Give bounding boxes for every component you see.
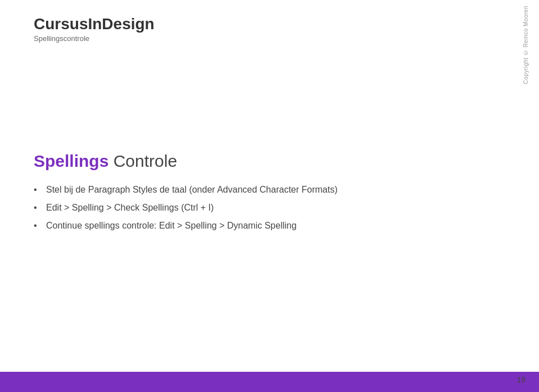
copyright-text: Copyright © Remco Mooren — [523, 6, 529, 84]
list-item: Edit > Spelling > Check Spellings (Ctrl … — [34, 201, 505, 215]
main-content: Spellings Controle Stel bij de Paragraph… — [34, 152, 505, 237]
section-title-highlight: Spellings — [34, 152, 108, 170]
header-title: CursusInDesign — [34, 16, 155, 33]
header: CursusInDesign Spellingscontrole — [34, 16, 155, 43]
header-subtitle: Spellingscontrole — [34, 34, 155, 43]
section-title-normal: Controle — [108, 152, 177, 170]
bullet-list: Stel bij de Paragraph Styles de taal (on… — [34, 183, 505, 233]
bottom-bar — [0, 372, 539, 392]
list-item: Stel bij de Paragraph Styles de taal (on… — [34, 183, 505, 197]
section-title: Spellings Controle — [34, 152, 505, 171]
list-item: Continue spellings controle: Edit > Spel… — [34, 219, 505, 233]
page-number: 19 — [517, 375, 526, 384]
